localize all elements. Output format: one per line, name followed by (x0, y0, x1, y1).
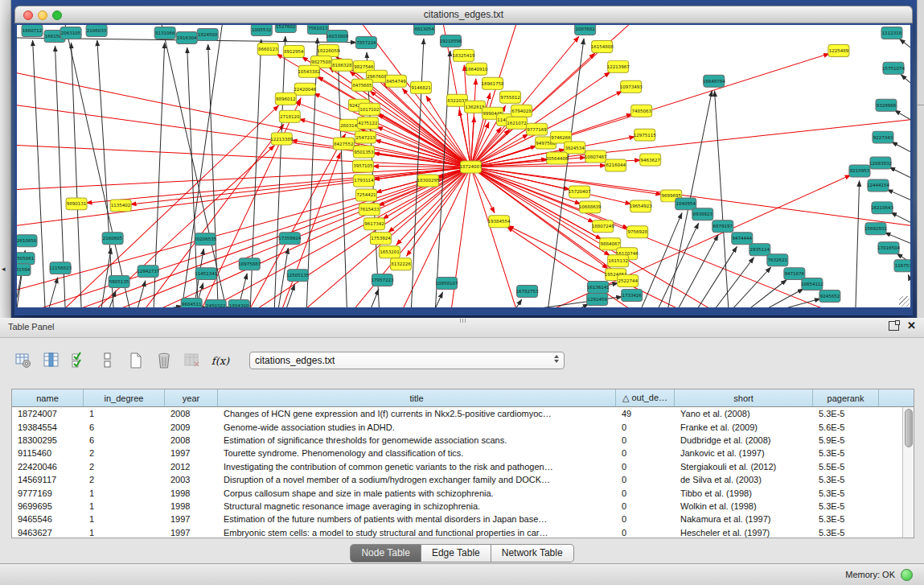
graph-node[interactable]: 8813054 (413, 25, 434, 35)
graph-node[interactable]: 8660123 (257, 43, 278, 55)
graph-node[interactable]: 1840954 (676, 198, 696, 210)
graph-node[interactable]: 8132226 (390, 258, 411, 270)
graph-node[interactable]: 12213389 (270, 133, 293, 145)
collapse-arrow-icon[interactable]: ◂ (2, 266, 6, 273)
graph-node[interactable]: 1793114 (353, 175, 374, 187)
graph-node[interactable]: 5905135 (109, 276, 129, 288)
graph-node[interactable]: 7561013 (307, 25, 328, 34)
column-header-title[interactable]: title (218, 389, 616, 406)
graph-node[interactable]: 1225489 (828, 44, 849, 56)
graph-node[interactable]: 1621072 (507, 117, 528, 129)
graph-node[interactable]: 1005532 (251, 25, 272, 35)
table-row[interactable]: 1830029562008Estimation of significance … (12, 434, 902, 447)
graph-node[interactable]: 1733426 (622, 290, 643, 302)
resize-grip-icon[interactable] (899, 296, 910, 307)
graph-node[interactable]: 16154808 (591, 40, 614, 52)
network-window[interactable]: citations_edges.txt 18724007183002958660… (14, 6, 913, 315)
graph-node[interactable]: 18724007 (460, 161, 483, 173)
function-builder-icon[interactable]: f(x) (210, 350, 231, 371)
graph-node[interactable]: 1615132 (608, 255, 629, 267)
graph-node[interactable]: 7254421 (355, 189, 376, 201)
graph-node[interactable]: 16648784 (703, 75, 725, 87)
graph-node[interactable]: 16782753 (516, 286, 539, 298)
panel-drag-handle[interactable] (460, 319, 466, 323)
tab-network-table[interactable]: Network Table (491, 544, 574, 562)
graph-node[interactable]: 9896012 (275, 93, 296, 105)
graph-node[interactable]: 8505061 (17, 253, 35, 265)
table-row[interactable]: 1456911722003Disruption of a novel membe… (12, 473, 902, 486)
network-graph[interactable]: 1872400718300295866012389129541822605898… (17, 25, 910, 307)
graph-node[interactable]: 2522744 (618, 275, 639, 287)
graph-node[interactable]: 1167533 (894, 260, 910, 272)
graph-node[interactable]: 11451341 (195, 268, 217, 280)
graph-node[interactable]: 2087682 (575, 25, 596, 35)
graph-node[interactable]: 17016504 (877, 242, 900, 254)
graph-node[interactable]: 1135402 (110, 200, 131, 212)
new-document-icon[interactable] (125, 350, 146, 371)
graph-node[interactable]: 10688639 (579, 201, 602, 213)
table-row[interactable]: 1938455462009Genome-wide association stu… (12, 420, 902, 433)
graph-node[interactable]: 15720407 (569, 186, 591, 198)
graph-node[interactable]: 18226058 (317, 44, 339, 56)
table-row[interactable]: 946554611997Estimation of the future num… (12, 513, 902, 525)
table-row[interactable]: 1872400712008Changes of HCN gene express… (12, 407, 902, 420)
tab-edge-table[interactable]: Edge Table (421, 544, 491, 562)
graph-node[interactable]: 8912954 (283, 45, 304, 57)
graph-node[interactable]: 8427552 (333, 138, 354, 150)
tab-node-table[interactable]: Node Table (350, 544, 421, 562)
graph-node[interactable]: 6216044 (606, 159, 626, 171)
table-row[interactable]: 911546021997Tourette syndrome. Phenomeno… (12, 447, 902, 459)
graph-node[interactable]: 9756928 (627, 226, 648, 238)
graph-nodes[interactable]: 1872400718300295866012389129541822605898… (17, 25, 910, 307)
import-table-icon[interactable] (182, 350, 203, 371)
delete-table-icon[interactable] (154, 350, 175, 371)
graph-node[interactable]: 18325419 (453, 49, 475, 61)
column-header-out_de[interactable]: △ out_de… (616, 389, 675, 406)
graph-node[interactable]: 3931594 (17, 264, 31, 276)
graph-node[interactable]: 7615433 (359, 204, 380, 216)
table-scrollbar[interactable] (902, 407, 914, 538)
column-header-name[interactable]: name (12, 389, 84, 406)
graph-node[interactable]: 12975115 (634, 129, 656, 141)
graph-node[interactable]: 2718120 (279, 110, 300, 122)
close-panel-icon[interactable]: ✕ (907, 320, 916, 332)
graph-node[interactable]: 18300295 (417, 175, 439, 187)
graph-node[interactable]: 10807487 (585, 150, 607, 163)
graph-node[interactable]: 9227343 (873, 131, 893, 143)
graph-node[interactable]: 12213967 (607, 60, 630, 72)
graph-node[interactable]: 7632621 (767, 254, 788, 266)
graph-node[interactable]: 9617342 (363, 218, 384, 230)
graph-node[interactable]: 7485063 (631, 105, 652, 117)
graph-node[interactable]: 8215953 (849, 165, 870, 177)
graph-node[interactable]: 6879197 (713, 220, 733, 233)
graph-node[interactable]: 9474444 (732, 233, 753, 245)
graph-node[interactable]: 9146821 (410, 81, 431, 93)
graph-node[interactable]: 2547213 (355, 131, 376, 143)
column-header-short[interactable]: short (675, 389, 813, 406)
graph-node[interactable]: 1804300 (228, 300, 249, 307)
graph-node[interactable]: 20564486 (546, 152, 569, 164)
graph-node[interactable]: 16033809 (326, 30, 348, 42)
row-height-icon[interactable] (97, 350, 118, 371)
graph-node[interactable]: 18807249 (592, 220, 614, 233)
graph-node[interactable]: 8454749 (385, 75, 406, 87)
graph-node[interactable]: 12444154 (867, 179, 889, 192)
scrollbar-thumb[interactable] (905, 409, 913, 447)
graph-node[interactable]: 10543382 (298, 65, 320, 77)
graph-node[interactable]: 10958107 (435, 278, 458, 290)
graph-node[interactable]: 8471676 (784, 268, 805, 280)
graph-node[interactable]: 9890131 (66, 198, 87, 210)
graph-node[interactable]: 22420046 (294, 83, 316, 95)
graph-node[interactable]: 9329966 (876, 99, 897, 111)
graph-node[interactable]: 1753924 (370, 233, 391, 245)
float-panel-icon[interactable] (889, 321, 899, 331)
graph-node[interactable]: 10975887 (238, 258, 261, 270)
window-titlebar[interactable]: citations_edges.txt (14, 6, 913, 23)
graph-node[interactable]: 11156823 (49, 262, 72, 274)
graph-node[interactable]: 12505135 (286, 270, 309, 282)
graph-node[interactable]: 2935114 (749, 244, 770, 256)
graph-node[interactable]: 2063105 (60, 27, 81, 39)
graph-node[interactable]: 2106033 (86, 25, 107, 36)
graph-node[interactable]: 17957223 (371, 274, 393, 286)
graph-node[interactable]: 6794028 (511, 105, 532, 117)
